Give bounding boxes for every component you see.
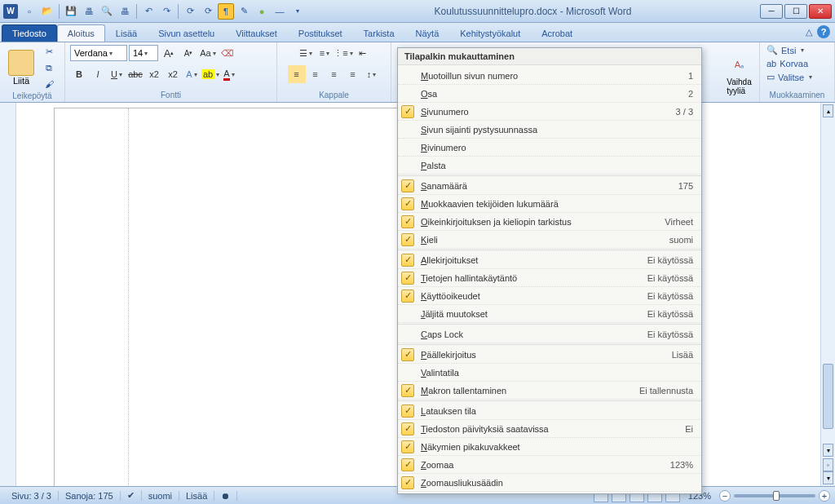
- tab-references[interactable]: Viittaukset: [225, 24, 288, 42]
- redo-icon[interactable]: ↷: [158, 3, 175, 20]
- decrease-indent-icon[interactable]: ⇤: [353, 44, 371, 62]
- scroll-down-icon[interactable]: ▾: [823, 444, 833, 457]
- zoom-slider[interactable]: [734, 494, 815, 497]
- menu-item[interactable]: ✓Tiedoston päivityksiä saatavissaEi: [398, 420, 701, 438]
- replace-button[interactable]: ab Korvaa: [765, 58, 810, 69]
- status-page[interactable]: Sivu: 3 / 3: [5, 491, 59, 501]
- select-button[interactable]: ▭ Valitse ▾: [765, 71, 814, 83]
- status-insert-mode[interactable]: Lisää: [179, 491, 214, 501]
- menu-item[interactable]: Sivun sijainti pystysuunnassa: [398, 121, 701, 139]
- font-name-select[interactable]: Verdana ▾: [70, 45, 127, 61]
- justify-icon[interactable]: ≡: [344, 65, 362, 83]
- zoom-slider-thumb[interactable]: [773, 491, 780, 501]
- align-right-icon[interactable]: ≡: [325, 65, 343, 83]
- superscript-button[interactable]: x2: [164, 65, 182, 83]
- paste-button[interactable]: Liitä: [5, 48, 38, 87]
- clear-format-icon[interactable]: ⌫: [219, 44, 236, 62]
- find-button[interactable]: 🔍 Etsi ▾: [765, 44, 806, 56]
- print-setup-icon[interactable]: 🖶: [117, 3, 133, 20]
- bullets-icon[interactable]: ☰▾: [297, 44, 315, 62]
- status-language[interactable]: suomi: [142, 491, 179, 501]
- next-page-icon[interactable]: ▾: [823, 471, 833, 484]
- zoom-out-button[interactable]: −: [719, 490, 731, 502]
- tab-review[interactable]: Tarkista: [353, 24, 405, 42]
- menu-item[interactable]: Palsta: [398, 157, 701, 175]
- tab-file[interactable]: Tiedosto: [2, 24, 57, 42]
- tab-mailings[interactable]: Postitukset: [288, 24, 353, 42]
- italic-button[interactable]: I: [89, 65, 107, 83]
- open-icon[interactable]: 📂: [39, 3, 55, 20]
- format-painter-icon[interactable]: 🖌: [41, 77, 57, 91]
- print-preview-icon[interactable]: 🔍: [99, 3, 115, 20]
- vertical-scrollbar[interactable]: ▴ ▾ ◦ ▾: [820, 103, 835, 486]
- menu-item[interactable]: ✓Sivunumero3 / 3: [398, 103, 701, 121]
- menu-item[interactable]: ✓Zoomaa123%: [398, 456, 701, 474]
- zoom-in-button[interactable]: +: [819, 490, 830, 502]
- menu-item[interactable]: ✓Zoomausliukusäädin: [398, 474, 701, 492]
- scroll-thumb[interactable]: [823, 364, 833, 429]
- menu-item[interactable]: ✓Muokkaavien tekijöiden lukumäärä: [398, 195, 701, 213]
- menu-item[interactable]: Muotoillun sivun numero1: [398, 67, 701, 85]
- text-effects-icon[interactable]: A▾: [183, 65, 201, 83]
- scroll-up-icon[interactable]: ▴: [823, 104, 833, 117]
- help-icon[interactable]: ?: [817, 25, 830, 38]
- font-size-select[interactable]: 14 ▾: [129, 45, 158, 61]
- bold-button[interactable]: B: [70, 65, 88, 83]
- tab-acrobat[interactable]: Acrobat: [531, 24, 583, 42]
- grow-font-icon[interactable]: A▴: [160, 44, 178, 62]
- tab-view[interactable]: Näytä: [405, 24, 450, 42]
- show-marks-icon[interactable]: ¶: [218, 3, 234, 20]
- menu-item[interactable]: Osa2: [398, 85, 701, 103]
- prev-page-icon[interactable]: ◦: [823, 458, 833, 471]
- status-proofing-icon[interactable]: ✔: [121, 490, 142, 501]
- divider-icon[interactable]: —: [272, 3, 288, 20]
- menu-item[interactable]: Jäljitä muutoksetEi käytössä: [398, 305, 701, 323]
- strikethrough-button[interactable]: abc: [126, 65, 144, 83]
- close-button[interactable]: ✕: [809, 4, 832, 19]
- maximize-button[interactable]: ☐: [784, 4, 807, 19]
- minimize-ribbon-icon[interactable]: △: [806, 27, 812, 38]
- edit-icon[interactable]: ✎: [236, 3, 252, 20]
- line-spacing-icon[interactable]: ↕▾: [363, 65, 381, 83]
- highlight-color-icon[interactable]: ab▾: [201, 65, 219, 83]
- menu-item[interactable]: ✓Näkymien pikakuvakkeet: [398, 438, 701, 456]
- qat-customize-arrow[interactable]: ▾: [289, 3, 306, 20]
- cut-icon[interactable]: ✂: [41, 44, 57, 59]
- multilevel-icon[interactable]: ⋮≡▾: [334, 44, 352, 62]
- numbering-icon[interactable]: ≡▾: [316, 44, 334, 62]
- menu-item[interactable]: ✓Oikeinkirjoituksen ja kieliopin tarkist…: [398, 213, 701, 231]
- menu-item[interactable]: ✓AllekirjoituksetEi käytössä: [398, 251, 701, 269]
- change-styles-button[interactable]: Aₐ Vaihda tyyliä: [722, 46, 758, 97]
- tab-insert[interactable]: Lisää: [105, 24, 148, 42]
- tab-developer[interactable]: Kehitystyökalut: [449, 24, 531, 42]
- bullet-icon[interactable]: ●: [254, 3, 270, 20]
- vertical-ruler[interactable]: [0, 103, 16, 486]
- menu-item[interactable]: ✓KäyttöoikeudetEi käytössä: [398, 287, 701, 305]
- menu-item[interactable]: ✓PäällekirjoitusLisää: [398, 346, 701, 364]
- align-center-icon[interactable]: ≡: [307, 65, 325, 83]
- menu-item[interactable]: ✓Latauksen tila: [398, 402, 701, 420]
- save-icon[interactable]: 💾: [63, 3, 79, 20]
- menu-item[interactable]: ✓Sanamäärä175: [398, 177, 701, 195]
- menu-item[interactable]: ✓Makron tallentaminenEi tallennusta: [398, 382, 701, 400]
- tab-layout[interactable]: Sivun asettelu: [148, 24, 225, 42]
- menu-item[interactable]: Valintatila: [398, 364, 701, 382]
- align-left-icon[interactable]: ≡: [288, 65, 306, 83]
- status-macro-icon[interactable]: ⏺: [214, 491, 237, 501]
- change-case-icon[interactable]: Aa▾: [199, 44, 217, 62]
- menu-item[interactable]: ✓Kielisuomi: [398, 231, 701, 249]
- shrink-font-icon[interactable]: A▾: [179, 44, 197, 62]
- undo-icon[interactable]: ↶: [140, 3, 157, 20]
- menu-item[interactable]: ✓Tietojen hallintakäytäntöEi käytössä: [398, 269, 701, 287]
- copy-icon[interactable]: ⧉: [41, 60, 57, 75]
- font-color-icon[interactable]: A▾: [220, 65, 238, 83]
- tab-home[interactable]: Aloitus: [57, 24, 105, 42]
- minimize-button[interactable]: ─: [760, 4, 783, 19]
- refresh-icon[interactable]: ⟳: [200, 3, 216, 20]
- new-doc-icon[interactable]: ▫: [21, 3, 38, 20]
- sync-icon[interactable]: ⟳: [182, 3, 198, 20]
- status-words[interactable]: Sanoja: 175: [59, 491, 121, 501]
- subscript-button[interactable]: x2: [145, 65, 163, 83]
- underline-button[interactable]: U▾: [108, 65, 126, 83]
- quick-print-icon[interactable]: 🖶: [81, 3, 97, 20]
